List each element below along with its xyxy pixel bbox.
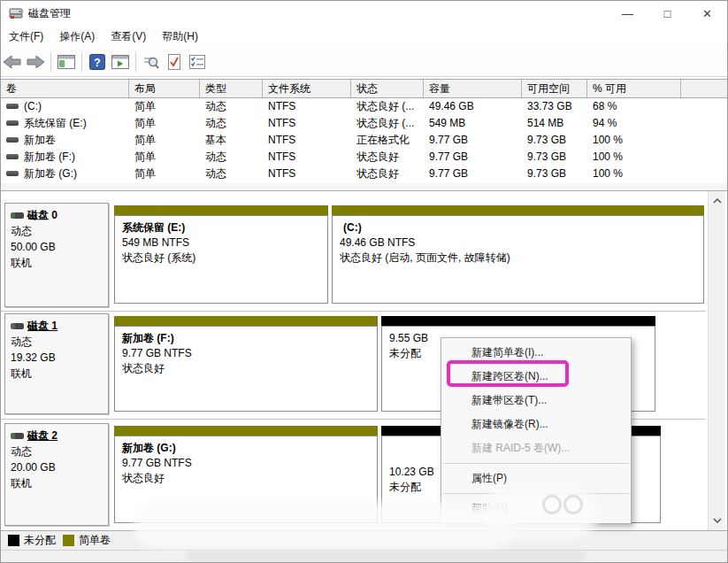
partition-f[interactable]: 新加卷 (F:) 9.77 GB NTFS 状态良好: [114, 316, 378, 412]
volume-icon: [6, 171, 19, 176]
header-cell-extra[interactable]: [681, 80, 727, 97]
header-cell-capacity[interactable]: 容量: [424, 80, 522, 97]
menu-item-help[interactable]: 帮助(H): [441, 497, 631, 521]
header-cell-status[interactable]: 状态: [351, 80, 424, 97]
disk-size: 19.32 GB: [11, 350, 103, 366]
status-cell: 状态良好: [351, 166, 424, 182]
close-button[interactable]: ✕: [687, 1, 727, 26]
status-cell: 状态良好: [351, 149, 424, 166]
unallocated-size: 9.55 GB: [389, 331, 432, 346]
window-controls: — □ ✕: [608, 1, 727, 26]
console-tree-button[interactable]: [55, 50, 78, 73]
forward-button[interactable]: [24, 50, 47, 73]
volume-table-header: 卷 布局 类型 文件系统 状态 容量 可用空间 % 可用: [1, 79, 727, 98]
volume-icon: [6, 104, 19, 109]
menu-item-new-raid5-volume: 新建 RAID-5 卷(W)...: [441, 436, 631, 460]
scrollbar-up-button[interactable]: [709, 193, 726, 209]
pane-splitter[interactable]: [1, 183, 727, 191]
free-space-cell: 514 MB: [522, 115, 587, 132]
disk-online-status: 联机: [11, 475, 103, 491]
disk-icon: [11, 212, 24, 219]
type-cell: 动态: [200, 115, 263, 132]
back-icon: [4, 56, 21, 68]
menu-item-view[interactable]: 查看(V): [103, 26, 154, 47]
legend-simple-volume-label: 简单卷: [79, 533, 111, 548]
menu-item-new-spanned-volume[interactable]: 新建跨区卷(N)...: [441, 365, 631, 389]
partition-title: 系统保留 (E:): [122, 220, 320, 235]
console-tree-icon: [57, 55, 75, 69]
partition-status: 状态良好 (系统): [122, 251, 320, 266]
header-cell-percent[interactable]: % 可用: [587, 80, 681, 97]
menu-item-new-simple-volume[interactable]: 新建简单卷(I)...: [441, 341, 631, 365]
capacity-cell: 9.77 GB: [424, 166, 522, 182]
volume-name: 系统保留 (E:): [24, 117, 87, 129]
disk-online-status: 联机: [11, 255, 103, 271]
layout-cell: 简单: [129, 115, 200, 132]
layout-cell: 简单: [129, 149, 200, 166]
menu-item-action[interactable]: 操作(A): [51, 26, 103, 47]
disk-2-label-panel[interactable]: 磁盘 2 动态 20.00 GB 联机: [4, 423, 109, 526]
maximize-button[interactable]: □: [648, 1, 687, 26]
scrollbar-down-button[interactable]: [709, 513, 726, 528]
partition-system-reserved-e[interactable]: 系统保留 (E:) 549 MB NTFS 状态良好 (系统): [114, 205, 328, 304]
toolbar-separator: [50, 52, 51, 72]
volume-name-cell: (C:): [1, 98, 129, 115]
menu-item-properties[interactable]: 属性(P): [441, 467, 631, 490]
action-pane-icon: [111, 55, 129, 69]
partition-title: 新加卷 (G:): [122, 441, 370, 456]
partition-g[interactable]: 新加卷 (G:) 9.77 GB NTFS 状态良好: [114, 426, 378, 523]
volume-name-cell: 新加卷: [1, 132, 129, 149]
header-cell-free[interactable]: 可用空间: [522, 80, 587, 97]
magnifier-button[interactable]: [140, 50, 163, 73]
partition-size: 9.77 GB NTFS: [122, 456, 370, 471]
volume-row-f[interactable]: 新加卷 (F:) 简单 动态 NTFS 状态良好 9.77 GB 9.73 GB…: [1, 149, 727, 166]
header-cell-volume[interactable]: 卷: [1, 80, 129, 97]
volume-name: 新加卷 (G:): [24, 167, 77, 180]
menu-item-help[interactable]: 帮助(H): [154, 26, 206, 47]
menu-item-new-striped-volume[interactable]: 新建带区卷(T)...: [441, 389, 631, 413]
free-space-cell: 9.73 GB: [522, 149, 587, 166]
percent-free-cell: 100 %: [587, 166, 681, 182]
disk-1-label-panel[interactable]: 磁盘 1 动态 19.32 GB 联机: [4, 313, 109, 414]
type-cell: 基本: [200, 132, 263, 149]
filesystem-cell: NTFS: [263, 149, 351, 166]
minimize-button[interactable]: —: [608, 1, 648, 26]
unallocated-size: 10.23 GB: [389, 465, 438, 480]
status-cell: 状态良好 (...: [351, 115, 424, 132]
svg-text:?: ?: [94, 56, 100, 68]
partition-c[interactable]: (C:) 49.46 GB NTFS 状态良好 (启动, 页面文件, 故障转储): [332, 205, 704, 304]
checklist-button[interactable]: [186, 50, 209, 73]
disk-size: 20.00 GB: [11, 459, 103, 475]
header-cell-filesystem[interactable]: 文件系统: [263, 80, 351, 97]
chevron-up-icon: [713, 198, 722, 204]
header-cell-type[interactable]: 类型: [200, 80, 263, 97]
disk-size: 50.00 GB: [11, 239, 103, 255]
action-pane-button[interactable]: [109, 50, 132, 73]
title-bar: 磁盘管理 — □ ✕: [1, 1, 727, 26]
vertical-scrollbar[interactable]: [708, 191, 725, 530]
simple-volume-color-bar: [114, 205, 328, 215]
toolbar-separator: [81, 52, 82, 72]
menu-item-new-mirrored-volume[interactable]: 新建镜像卷(R)...: [441, 413, 631, 436]
volume-row-c[interactable]: (C:) 简单 动态 NTFS 状态良好 (... 49.46 GB 33.73…: [1, 98, 727, 115]
volume-row-e[interactable]: 系统保留 (E:) 简单 动态 NTFS 状态良好 (... 549 MB 51…: [1, 115, 727, 132]
disk-row-divider: [1, 311, 706, 312]
volume-row-new[interactable]: 新加卷 简单 基本 NTFS 正在格式化 9.77 GB 9.73 GB 100…: [1, 132, 727, 149]
capacity-cell: 9.77 GB: [424, 132, 522, 149]
menu-bar: 文件(F) 操作(A) 查看(V) 帮助(H): [1, 26, 727, 47]
volume-name: 新加卷: [24, 134, 56, 146]
volume-row-g[interactable]: 新加卷 (G:) 简单 动态 NTFS 状态良好 9.77 GB 9.73 GB…: [1, 166, 727, 182]
partition-status: 状态良好 (启动, 页面文件, 故障转储): [340, 251, 696, 266]
back-button[interactable]: [1, 50, 24, 73]
type-cell: 动态: [200, 166, 263, 182]
check-document-button[interactable]: [163, 50, 186, 73]
legend-unallocated-label: 未分配: [24, 533, 56, 548]
help-button[interactable]: ?: [86, 50, 109, 73]
percent-free-cell: 100 %: [587, 149, 681, 166]
header-cell-layout[interactable]: 布局: [129, 80, 200, 97]
simple-volume-color-bar: [332, 205, 704, 215]
disk-0-label-panel[interactable]: 磁盘 0 动态 50.00 GB 联机: [4, 203, 109, 307]
unallocated-color-bar: [381, 316, 655, 326]
menu-item-file[interactable]: 文件(F): [1, 26, 51, 47]
volume-table: (C:) 简单 动态 NTFS 状态良好 (... 49.46 GB 33.73…: [1, 98, 727, 182]
